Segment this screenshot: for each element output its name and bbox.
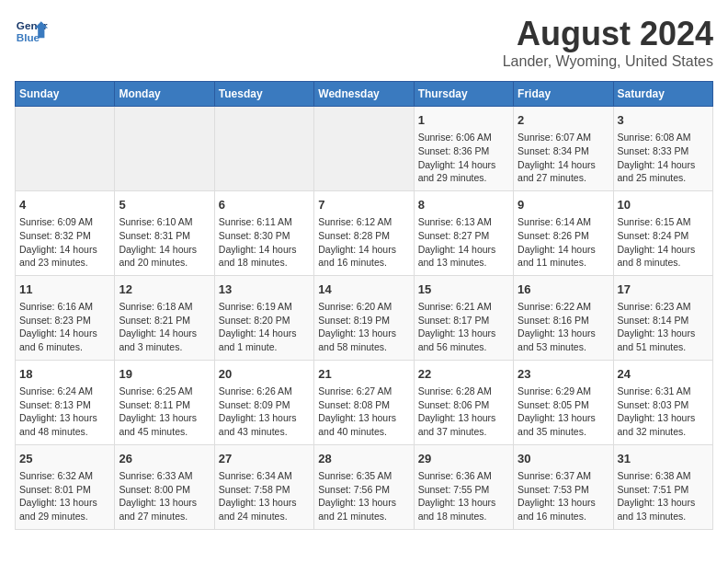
subtitle: Lander, Wyoming, United States [503,53,713,70]
day-number: 19 [119,366,210,383]
calendar-cell: 5Sunrise: 6:10 AM Sunset: 8:31 PM Daylig… [115,190,214,275]
day-number: 1 [418,112,509,129]
calendar-cell: 1Sunrise: 6:06 AM Sunset: 8:36 PM Daylig… [414,107,513,191]
calendar-cell [115,107,214,191]
calendar-cell: 8Sunrise: 6:13 AM Sunset: 8:27 PM Daylig… [414,190,513,275]
day-number: 6 [219,197,310,213]
main-title: August 2024 [503,15,713,53]
calendar-body: 1Sunrise: 6:06 AM Sunset: 8:36 PM Daylig… [16,107,713,530]
calendar-header: SundayMondayTuesdayWednesdayThursdayFrid… [16,82,713,107]
day-number: 11 [19,282,110,298]
calendar-cell: 17Sunrise: 6:23 AM Sunset: 8:14 PM Dayli… [613,275,712,360]
calendar-cell: 19Sunrise: 6:25 AM Sunset: 8:11 PM Dayli… [115,360,214,444]
day-number: 7 [318,197,409,213]
day-info: Sunrise: 6:21 AM Sunset: 8:17 PM Dayligh… [418,300,509,354]
page-header: General Blue August 2024 Lander, Wyoming… [15,15,713,70]
day-info: Sunrise: 6:14 AM Sunset: 8:26 PM Dayligh… [518,215,609,270]
header-row: SundayMondayTuesdayWednesdayThursdayFrid… [16,82,713,107]
title-block: August 2024 Lander, Wyoming, United Stat… [503,15,713,70]
day-number: 29 [418,451,509,467]
day-info: Sunrise: 6:19 AM Sunset: 8:20 PM Dayligh… [219,300,310,354]
calendar-cell: 24Sunrise: 6:31 AM Sunset: 8:03 PM Dayli… [613,360,712,444]
day-number: 14 [318,282,409,298]
day-info: Sunrise: 6:28 AM Sunset: 8:06 PM Dayligh… [418,385,509,439]
day-info: Sunrise: 6:20 AM Sunset: 8:19 PM Dayligh… [318,300,409,354]
week-row-2: 4Sunrise: 6:09 AM Sunset: 8:32 PM Daylig… [16,190,713,275]
calendar-cell: 28Sunrise: 6:35 AM Sunset: 7:56 PM Dayli… [314,444,414,529]
calendar-cell: 13Sunrise: 6:19 AM Sunset: 8:20 PM Dayli… [214,275,313,360]
calendar-cell: 25Sunrise: 6:32 AM Sunset: 8:01 PM Dayli… [16,444,115,529]
column-header-thursday: Thursday [414,82,513,107]
day-number: 4 [19,197,110,213]
day-info: Sunrise: 6:10 AM Sunset: 8:31 PM Dayligh… [119,215,210,270]
calendar-cell: 4Sunrise: 6:09 AM Sunset: 8:32 PM Daylig… [16,190,115,275]
day-number: 9 [518,197,609,213]
day-info: Sunrise: 6:07 AM Sunset: 8:34 PM Dayligh… [518,131,609,185]
day-number: 20 [219,366,310,383]
calendar-cell: 9Sunrise: 6:14 AM Sunset: 8:26 PM Daylig… [514,190,613,275]
day-number: 26 [119,451,210,467]
day-info: Sunrise: 6:12 AM Sunset: 8:28 PM Dayligh… [318,215,409,270]
calendar-cell [16,107,115,191]
week-row-4: 18Sunrise: 6:24 AM Sunset: 8:13 PM Dayli… [16,360,713,444]
week-row-1: 1Sunrise: 6:06 AM Sunset: 8:36 PM Daylig… [16,107,713,191]
day-number: 16 [518,282,609,298]
calendar-cell [214,107,313,191]
day-number: 24 [618,366,709,383]
day-info: Sunrise: 6:16 AM Sunset: 8:23 PM Dayligh… [19,300,110,354]
calendar-cell: 29Sunrise: 6:36 AM Sunset: 7:55 PM Dayli… [414,444,513,529]
day-number: 3 [618,112,709,129]
day-number: 27 [219,451,310,467]
week-row-3: 11Sunrise: 6:16 AM Sunset: 8:23 PM Dayli… [16,275,713,360]
calendar-cell: 10Sunrise: 6:15 AM Sunset: 8:24 PM Dayli… [613,190,712,275]
day-info: Sunrise: 6:13 AM Sunset: 8:27 PM Dayligh… [418,215,509,270]
logo: General Blue [15,15,48,48]
calendar-cell [314,107,414,191]
day-number: 25 [19,451,110,467]
calendar-cell: 14Sunrise: 6:20 AM Sunset: 8:19 PM Dayli… [314,275,414,360]
calendar-cell: 15Sunrise: 6:21 AM Sunset: 8:17 PM Dayli… [414,275,513,360]
day-number: 15 [418,282,509,298]
calendar-cell: 27Sunrise: 6:34 AM Sunset: 7:58 PM Dayli… [214,444,313,529]
calendar-cell: 3Sunrise: 6:08 AM Sunset: 8:33 PM Daylig… [613,107,712,191]
day-info: Sunrise: 6:34 AM Sunset: 7:58 PM Dayligh… [219,469,310,523]
column-header-friday: Friday [514,82,613,107]
day-number: 10 [618,197,709,213]
day-number: 28 [318,451,409,467]
day-info: Sunrise: 6:36 AM Sunset: 7:55 PM Dayligh… [418,469,509,523]
day-info: Sunrise: 6:35 AM Sunset: 7:56 PM Dayligh… [318,469,409,523]
day-info: Sunrise: 6:29 AM Sunset: 8:05 PM Dayligh… [518,385,609,439]
svg-text:Blue: Blue [17,31,40,43]
calendar-cell: 6Sunrise: 6:11 AM Sunset: 8:30 PM Daylig… [214,190,313,275]
column-header-saturday: Saturday [613,82,712,107]
day-info: Sunrise: 6:22 AM Sunset: 8:16 PM Dayligh… [518,300,609,354]
day-info: Sunrise: 6:11 AM Sunset: 8:30 PM Dayligh… [219,215,310,270]
calendar-cell: 26Sunrise: 6:33 AM Sunset: 8:00 PM Dayli… [115,444,214,529]
day-number: 5 [119,197,210,213]
calendar-cell: 22Sunrise: 6:28 AM Sunset: 8:06 PM Dayli… [414,360,513,444]
day-info: Sunrise: 6:06 AM Sunset: 8:36 PM Dayligh… [418,131,509,185]
calendar-cell: 31Sunrise: 6:38 AM Sunset: 7:51 PM Dayli… [613,444,712,529]
column-header-monday: Monday [115,82,214,107]
calendar-cell: 11Sunrise: 6:16 AM Sunset: 8:23 PM Dayli… [16,275,115,360]
column-header-wednesday: Wednesday [314,82,414,107]
day-number: 2 [518,112,609,129]
calendar-cell: 7Sunrise: 6:12 AM Sunset: 8:28 PM Daylig… [314,190,414,275]
logo-icon: General Blue [15,15,48,48]
day-number: 22 [418,366,509,383]
day-number: 21 [318,366,409,383]
day-number: 8 [418,197,509,213]
day-info: Sunrise: 6:37 AM Sunset: 7:53 PM Dayligh… [518,469,609,523]
calendar-cell: 23Sunrise: 6:29 AM Sunset: 8:05 PM Dayli… [514,360,613,444]
day-info: Sunrise: 6:15 AM Sunset: 8:24 PM Dayligh… [618,215,709,270]
day-info: Sunrise: 6:31 AM Sunset: 8:03 PM Dayligh… [618,385,709,439]
day-info: Sunrise: 6:18 AM Sunset: 8:21 PM Dayligh… [119,300,210,354]
column-header-tuesday: Tuesday [214,82,313,107]
day-info: Sunrise: 6:09 AM Sunset: 8:32 PM Dayligh… [19,215,110,270]
calendar-cell: 18Sunrise: 6:24 AM Sunset: 8:13 PM Dayli… [16,360,115,444]
day-info: Sunrise: 6:32 AM Sunset: 8:01 PM Dayligh… [19,469,110,523]
calendar-cell: 12Sunrise: 6:18 AM Sunset: 8:21 PM Dayli… [115,275,214,360]
day-number: 31 [618,451,709,467]
day-number: 12 [119,282,210,298]
day-number: 13 [219,282,310,298]
